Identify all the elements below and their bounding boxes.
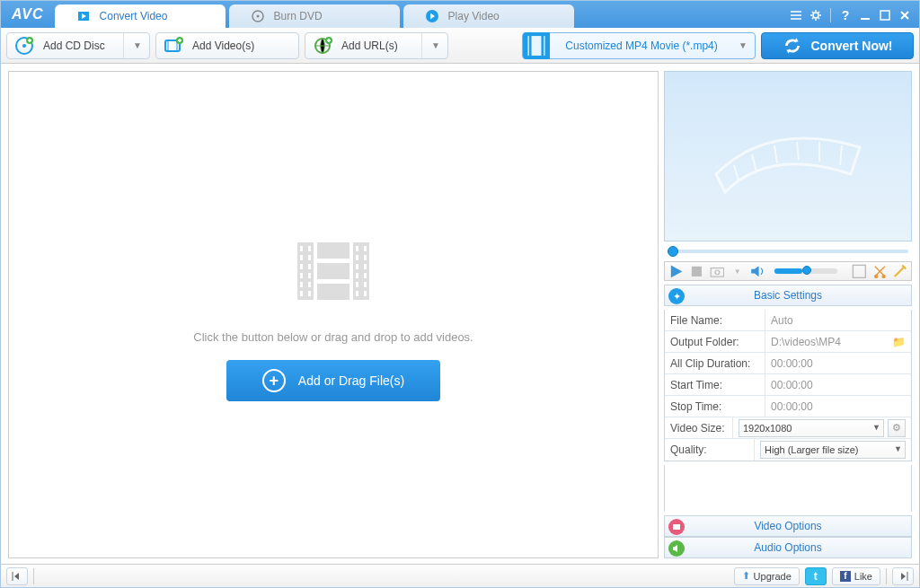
collapse-right-icon[interactable] <box>892 567 914 585</box>
film-reel-icon <box>707 111 869 201</box>
output-folder-label: Output Folder: <box>665 331 765 352</box>
svg-point-53 <box>881 274 885 277</box>
svg-rect-21 <box>300 273 303 278</box>
video-plus-icon <box>164 36 183 56</box>
help-icon[interactable]: ? <box>836 6 854 24</box>
minimize-icon[interactable] <box>856 6 874 24</box>
effects-button[interactable] <box>892 263 907 279</box>
svg-rect-29 <box>308 291 311 296</box>
svg-rect-23 <box>300 291 303 296</box>
button-label: Convert Now! <box>811 39 893 53</box>
player-controls: ▼ <box>664 261 912 281</box>
seek-thumb[interactable] <box>668 246 678 257</box>
format-label: Customized MP4 Movie (*.mp4) <box>562 39 721 52</box>
cut-button[interactable] <box>872 263 888 279</box>
svg-rect-27 <box>308 273 311 278</box>
start-time-value[interactable]: 00:00:00 <box>765 374 911 395</box>
video-size-select[interactable]: ▼ <box>739 419 884 437</box>
tab-burn-dvd[interactable]: Burn DVD <box>229 4 400 28</box>
svg-line-44 <box>774 145 777 163</box>
svg-point-3 <box>813 13 818 18</box>
plus-circle-icon: + <box>262 369 286 392</box>
stop-button[interactable] <box>689 263 704 279</box>
svg-rect-15 <box>317 242 349 259</box>
svg-rect-30 <box>356 246 358 251</box>
basic-settings-header[interactable]: ✦ Basic Settings <box>664 285 912 306</box>
output-folder-value[interactable]: D:\videos\MP4📁 <box>765 331 911 352</box>
upgrade-button[interactable]: ⬆ Upgrade <box>734 567 800 585</box>
svg-point-50 <box>714 270 719 275</box>
svg-rect-28 <box>308 282 311 287</box>
svg-rect-49 <box>711 268 723 276</box>
file-name-value[interactable]: Auto <box>765 310 911 330</box>
dropzone-hint: Click the button below or drag and drop … <box>193 330 473 344</box>
audio-options-icon <box>668 540 685 557</box>
snapshot-button[interactable] <box>710 263 725 279</box>
add-videos-button[interactable]: Add Video(s) <box>155 32 299 59</box>
statusbar: ⬆ Upgrade t f Like <box>1 564 919 587</box>
basic-settings-grid: File Name:Auto Output Folder:D:\videos\M… <box>664 310 912 461</box>
button-label: Add Video(s) <box>192 39 254 52</box>
chevron-down-icon[interactable]: ▼ <box>730 263 745 279</box>
output-format-selector[interactable]: Customized MP4 Movie (*.mp4) ▼ <box>522 32 756 59</box>
tab-label: Play Video <box>448 10 500 22</box>
svg-rect-24 <box>308 246 311 251</box>
audio-options-header[interactable]: Audio Options <box>664 537 912 558</box>
toolbar: Add CD Disc ▼ Add Video(s) Add URL(s) ▼ … <box>1 28 919 64</box>
play-button[interactable] <box>668 263 684 279</box>
drop-zone[interactable]: Click the button below or drag and drop … <box>8 71 659 558</box>
clip-duration-value: 00:00:00 <box>765 353 911 373</box>
volume-icon[interactable] <box>750 263 765 279</box>
chevron-down-icon[interactable]: ▼ <box>123 33 142 58</box>
button-label: Add or Drag File(s) <box>298 373 404 388</box>
svg-rect-4 <box>880 11 889 20</box>
svg-rect-32 <box>356 264 358 269</box>
svg-rect-36 <box>364 246 367 251</box>
settings-icon[interactable] <box>807 6 825 24</box>
svg-rect-48 <box>692 266 702 276</box>
svg-rect-33 <box>356 273 358 278</box>
play-icon <box>425 9 439 23</box>
collapse-left-icon[interactable] <box>6 567 28 585</box>
crop-button[interactable] <box>852 263 867 279</box>
svg-rect-14 <box>353 242 369 300</box>
svg-point-1 <box>256 15 259 18</box>
video-size-gear-button[interactable]: ⚙ <box>888 419 906 437</box>
convert-icon <box>76 9 91 23</box>
chevron-down-icon[interactable]: ▼ <box>421 33 440 58</box>
tab-play-video[interactable]: Play Video <box>403 4 574 28</box>
add-urls-button[interactable]: Add URL(s) ▼ <box>305 32 448 59</box>
add-files-button[interactable]: + Add or Drag File(s) <box>226 360 440 401</box>
seek-bar[interactable] <box>664 245 912 258</box>
side-panel: ▼ ✦ Basic Settings File Name:Auto Output… <box>664 71 912 558</box>
tab-label: Burn DVD <box>274 10 323 22</box>
stop-time-value[interactable]: 00:00:00 <box>765 396 911 417</box>
facebook-like-button[interactable]: f Like <box>832 567 880 585</box>
video-options-header[interactable]: Video Options <box>664 515 912 537</box>
stop-time-label: Stop Time: <box>665 396 765 417</box>
settings-basic-icon: ✦ <box>668 288 685 304</box>
chevron-down-icon[interactable]: ▼ <box>730 33 748 58</box>
svg-rect-38 <box>364 264 367 269</box>
file-name-label: File Name: <box>665 310 765 330</box>
main-area: Click the button below or drag and drop … <box>1 64 919 564</box>
quality-select[interactable]: ▼ <box>760 441 906 459</box>
button-label: Add URL(s) <box>341 39 398 52</box>
add-cd-disc-button[interactable]: Add CD Disc ▼ <box>6 32 150 59</box>
refresh-icon <box>783 36 802 56</box>
tab-convert-video[interactable]: Convert Video <box>55 4 226 28</box>
svg-rect-35 <box>356 291 358 296</box>
folder-icon[interactable]: 📁 <box>892 336 906 348</box>
menu-icon[interactable] <box>787 6 805 24</box>
convert-now-button[interactable]: Convert Now! <box>761 32 914 59</box>
volume-slider[interactable] <box>774 268 837 274</box>
svg-point-52 <box>874 274 878 277</box>
video-size-label: Video Size: <box>665 417 733 438</box>
start-time-label: Start Time: <box>665 374 765 395</box>
twitter-button[interactable]: t <box>805 567 827 585</box>
svg-rect-34 <box>356 282 358 287</box>
close-icon[interactable] <box>896 6 914 24</box>
preview-pane <box>664 71 912 241</box>
maximize-icon[interactable] <box>876 6 894 24</box>
disc-icon <box>251 9 265 23</box>
